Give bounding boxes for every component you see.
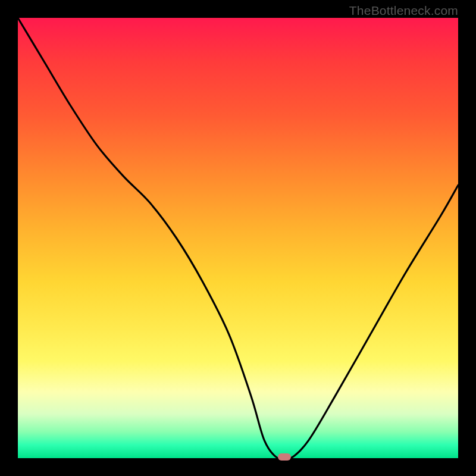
bottleneck-curve bbox=[18, 18, 458, 458]
watermark-text: TheBottleneck.com bbox=[349, 4, 458, 18]
chart-frame: TheBottleneck.com bbox=[0, 0, 476, 476]
optimal-marker bbox=[278, 453, 291, 461]
